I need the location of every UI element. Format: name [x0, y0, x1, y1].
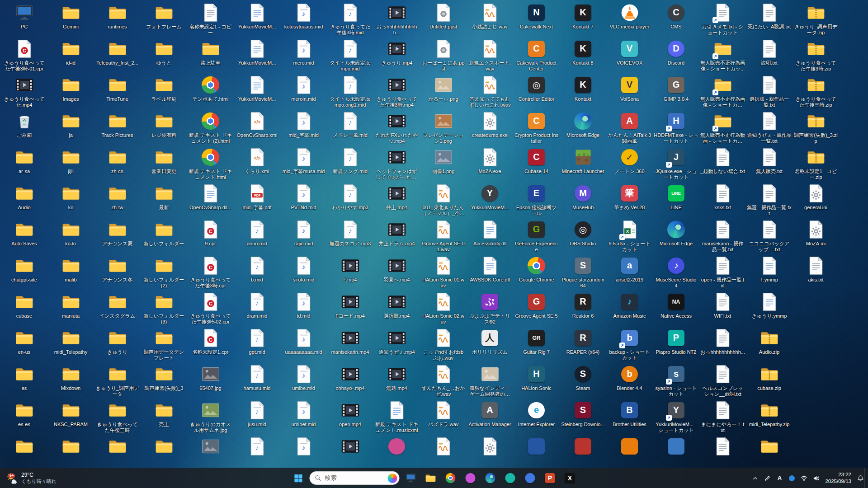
desktop-icon[interactable]: ♪kotusytuaaus.mid [280, 2, 327, 38]
desktop-icon[interactable]: アナウンス冬 [94, 255, 141, 291]
desktop-icon[interactable]: cubase [1, 291, 47, 327]
desktop-icon[interactable]: open.mp4 [327, 399, 373, 436]
desktop-icon[interactable]: ♪タイトル未設定.tempo.ong1.mid [327, 74, 373, 110]
desktop-icon[interactable]: chatgpt-site [1, 255, 47, 291]
desktop-icon[interactable]: きゅうり食べってた午後三時 [94, 399, 141, 436]
desktop-icon[interactable]: ♪hamusu.mid [234, 363, 280, 399]
desktop-icon[interactable]: LINELINE [653, 183, 699, 219]
desktop-icon[interactable]: midi_Telepathy [47, 327, 94, 363]
desktop-icon[interactable]: CCrypton Product Installer [513, 110, 560, 146]
desktop-icon[interactable]: ♪b.mid [234, 255, 280, 291]
desktop-icon[interactable]: HHALion Sonic [513, 363, 560, 399]
desktop-icon[interactable]: Microsoft Edge [653, 219, 699, 255]
tray-chevron-icon[interactable] [749, 470, 761, 486]
taskbar-app-x-app[interactable]: X [561, 469, 579, 487]
desktop-icon[interactable]: general.ini [793, 183, 839, 219]
desktop-icon[interactable]: 新しいフォルダー [141, 219, 187, 255]
desktop-icon[interactable]: Minecraft Launcher [560, 146, 606, 183]
desktop-icon[interactable] [327, 436, 373, 470]
desktop-icon[interactable]: きゅうり.ymmp [746, 291, 793, 327]
desktop-icon[interactable]: 新規 テキスト ドキュメント.html [187, 146, 234, 183]
desktop-icon[interactable]: zh-tw [94, 183, 141, 219]
taskbar-app-blue-app[interactable] [522, 469, 539, 487]
desktop-icon[interactable]: aairset2-2019 [606, 255, 653, 291]
desktop-icon[interactable]: きゅうり_調声用データ [94, 363, 141, 399]
desktop-icon[interactable]: きゅうり.mp4 [373, 38, 420, 74]
desktop-icon[interactable]: ♪mero.mid [280, 38, 327, 74]
desktop-icon[interactable]: 新しいフォルダー (3) [141, 291, 187, 327]
desktop-icon[interactable]: ♪わかりやす.mp3 [327, 183, 373, 219]
desktop-icon[interactable]: ♪aorin.mid [234, 219, 280, 255]
desktop-icon[interactable]: バズドラ.wav [420, 399, 467, 436]
desktop-icon[interactable]: createdump.exe [467, 110, 513, 146]
desktop-icon[interactable]: SSteinberg Downlo... [560, 399, 606, 436]
desktop-icon[interactable]: CCMS [653, 2, 699, 38]
desktop-icon[interactable]: GGIMP 3.0.4 [653, 74, 699, 110]
desktop-icon[interactable]: ♪dram.mid [234, 291, 280, 327]
desktop-icon[interactable]: BBrother Utilities [606, 399, 653, 436]
desktop-icon[interactable]: id-id [47, 38, 94, 74]
desktop-icon[interactable]: きゅうり [94, 327, 141, 363]
desktop-icon[interactable] [513, 436, 560, 470]
desktop-icon[interactable]: GGeForce Experience [513, 219, 560, 255]
desktop-icon[interactable]: jijii [47, 146, 94, 183]
taskbar-app-powerpoint[interactable]: P [542, 469, 559, 487]
desktop-icon[interactable]: 65407.jpg [187, 363, 234, 399]
desktop-icon[interactable]: PC [1, 2, 47, 38]
desktop-icon[interactable]: ja [47, 110, 94, 146]
pen-icon[interactable] [761, 470, 773, 486]
desktop-icon[interactable]: 無人販売不正行為画像 - ショートカッ... [699, 38, 746, 74]
desktop-icon[interactable]: おっhhhhhhhhhhh... [699, 327, 746, 363]
desktop-icon[interactable]: GRGuitar Rig 7 [513, 327, 560, 363]
desktop-icon[interactable]: ♪rajio.mid [280, 219, 327, 255]
desktop-icon[interactable]: ごみ箱 [1, 110, 47, 146]
desktop-icon[interactable]: インスタグラム [94, 291, 141, 327]
desktop-icon[interactable]: manisekarin - 親作品一覧.txt [699, 219, 746, 255]
desktop-icon[interactable]: RReaktor 6 [560, 291, 606, 327]
desktop-icon[interactable]: malib [47, 255, 94, 291]
desktop-icon[interactable]: midi_Telepathy.zip [746, 399, 793, 436]
desktop-icon[interactable]: きゅうり食べってた.mp4 [1, 74, 47, 110]
desktop-icon[interactable]: JJQuake.exe - ショートカット [653, 146, 699, 183]
desktop-icon[interactable] [373, 436, 420, 470]
desktop-icon[interactable]: X9.5.xlsx - ショートカット [606, 219, 653, 255]
desktop-icon[interactable]: 通知うぜぇ.mp4 [373, 327, 420, 363]
desktop-icon[interactable]: ♪uaaaaaaaaa.mid [280, 327, 327, 363]
desktop-icon[interactable] [699, 436, 746, 470]
desktop-icon[interactable]: Gemini [47, 2, 94, 38]
desktop-icon[interactable]: 小銭詰まじ.wav [467, 2, 513, 38]
desktop-icon[interactable]: Google Chrome [513, 255, 560, 291]
desktop-icon[interactable]: 万引きメモ.txt - ショートカット [699, 2, 746, 38]
weather-widget[interactable]: 9+ 29°C くもり時々晴れ [3, 468, 60, 488]
desktop-icon[interactable]: ニコニコバックアップ―.txt [746, 219, 793, 255]
desktop-icon[interactable]: ♪ [234, 436, 280, 470]
search-box[interactable]: 検索 [310, 471, 400, 485]
desktop-icon[interactable]: TimeTune [94, 74, 141, 110]
desktop-icon[interactable]: Images [47, 74, 94, 110]
desktop-icon[interactable]: 死にたい_A歌詞.txt [746, 2, 793, 38]
desktop-icon[interactable] [141, 436, 187, 470]
desktop-icon[interactable]: Cきゅうり食べってた午後3時-02.cpr [187, 291, 234, 327]
desktop-icon[interactable]: 名称未設定1 - コピー [187, 2, 234, 38]
desktop-icon[interactable]: 井上.mp4 [373, 183, 420, 219]
desktop-icon[interactable]: ♪タイトル未設定.tempo.mid [327, 38, 373, 74]
desktop-icon[interactable]: ◎OBS Studio [560, 219, 606, 255]
desktop-icon[interactable]: open - 親作品一覧.txt [699, 255, 746, 291]
desktop-icon[interactable]: 新しいフォルダー (2) [141, 255, 187, 291]
taskbar-app-teal-app[interactable] [502, 469, 519, 487]
desktop-icon[interactable]: OpenCvSharp.dll... [187, 183, 234, 219]
desktop-icon[interactable]: 無人販売不正行為画像 - ショートカット [699, 74, 746, 110]
desktop-icon[interactable]: YukkuriMovieM... [234, 74, 280, 110]
desktop-icon[interactable]: テンポあて.html [187, 74, 234, 110]
desktop-icon[interactable]: </>OpenCvSharp.xml [234, 110, 280, 146]
desktop-icon[interactable]: 人ポリリリリズム [467, 327, 513, 363]
desktop-icon[interactable]: Auto Saves [1, 219, 47, 255]
desktop-icon[interactable]: ✓ノートン 360 [606, 146, 653, 183]
desktop-icon[interactable]: YukkuriMovieM... [234, 38, 280, 74]
desktop-icon[interactable]: SSteam [560, 363, 606, 399]
desktop-icon[interactable]: 無題.mp4 [373, 363, 420, 399]
desktop-icon[interactable]: NANative Access [653, 291, 699, 327]
desktop-icon[interactable]: 無人販売.txt [746, 146, 793, 183]
desktop-icon[interactable]: 孤独なインディーゲーム開発者の一生... [467, 363, 513, 399]
desktop-icon[interactable]: 選択肢 - 親作品一覧.txt [746, 74, 793, 110]
